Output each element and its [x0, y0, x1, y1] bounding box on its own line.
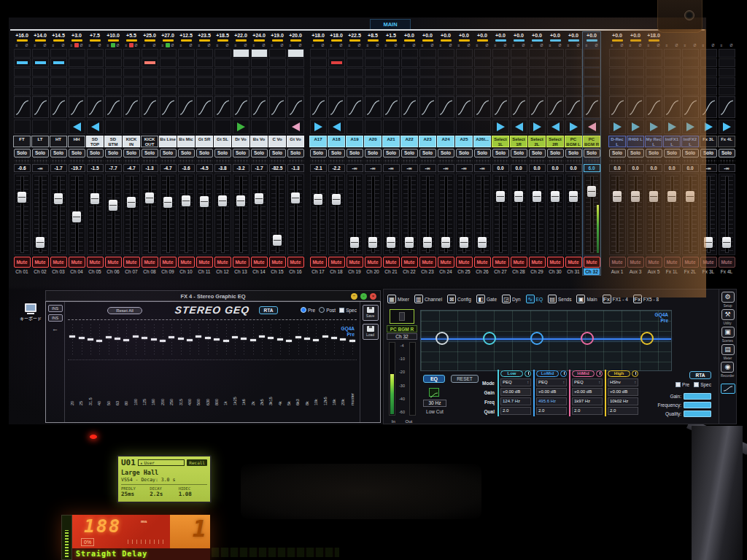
- channel-name-button[interactable]: Select 1L: [492, 136, 509, 147]
- geq-band-slider[interactable]: [204, 320, 212, 359]
- power-icon[interactable]: [596, 370, 603, 377]
- level-readout[interactable]: -∞: [419, 164, 436, 172]
- fader-cap[interactable]: [200, 196, 209, 207]
- fader-track[interactable]: [547, 174, 564, 255]
- geq-slider-knob[interactable]: [295, 336, 301, 338]
- eq-reset-button[interactable]: RESET: [451, 375, 479, 383]
- solo-button[interactable]: Solo: [682, 149, 699, 158]
- fader-cap[interactable]: [496, 191, 505, 202]
- fader-track[interactable]: [456, 174, 473, 255]
- geq-slider-knob[interactable]: [313, 339, 319, 341]
- level-readout[interactable]: 0.0: [682, 164, 699, 172]
- level-readout[interactable]: -∞: [347, 164, 363, 172]
- fader-cap[interactable]: [478, 237, 487, 248]
- geq-band-slider[interactable]: [95, 320, 104, 359]
- level-readout[interactable]: 0.0: [511, 164, 527, 172]
- tab-dyn[interactable]: ◲Dyn: [500, 291, 523, 307]
- eq-node-4[interactable]: [581, 332, 594, 345]
- fader-cap[interactable]: [587, 186, 596, 197]
- fader-track[interactable]: [584, 174, 600, 255]
- fader-track[interactable]: [233, 174, 249, 255]
- level-readout[interactable]: -∞: [719, 164, 735, 172]
- solo-button[interactable]: Solo: [233, 149, 249, 158]
- band-gain-field[interactable]: +0.00 dB: [500, 388, 531, 396]
- fader-track[interactable]: [474, 174, 491, 255]
- fader-cap[interactable]: [236, 195, 245, 206]
- spec-checkbox[interactable]: [339, 308, 344, 313]
- eq-band-label[interactable]: LoMid: [536, 370, 559, 377]
- desktop-icon-keyboard[interactable]: キーボード: [18, 303, 44, 322]
- mute-button[interactable]: Mute: [105, 257, 122, 268]
- level-readout[interactable]: -∞: [365, 164, 382, 172]
- fader-cap[interactable]: [291, 192, 300, 203]
- fader-cap[interactable]: [686, 191, 694, 202]
- level-readout[interactable]: -1.5: [87, 164, 104, 172]
- solo-button[interactable]: Solo: [438, 149, 454, 158]
- fader-cap[interactable]: [551, 191, 560, 202]
- solo-button[interactable]: Solo: [105, 149, 122, 158]
- level-readout[interactable]: 0.0: [627, 164, 644, 172]
- channel-name-button[interactable]: Bs Mic: [177, 136, 195, 147]
- level-readout[interactable]: 0.0: [664, 164, 681, 172]
- level-readout[interactable]: 0.0: [646, 164, 662, 172]
- geq-band-slider[interactable]: [258, 320, 266, 359]
- solo-button[interactable]: Solo: [310, 149, 327, 158]
- solo-button[interactable]: Solo: [627, 149, 644, 158]
- fader-track[interactable]: [419, 174, 436, 255]
- channel-name-button[interactable]: R400 L: [627, 136, 644, 147]
- channel-name-button[interactable]: My Rec L: [645, 136, 662, 147]
- fader-track[interactable]: [214, 174, 231, 255]
- fader-cap[interactable]: [368, 237, 377, 248]
- eq-node-2[interactable]: [483, 332, 496, 345]
- geq-window-titlebar[interactable]: FX 4 - Stereo Graphic EQ − ▫ ×: [45, 290, 381, 301]
- band-q-field[interactable]: 2.0: [500, 407, 531, 415]
- channel-name-button[interactable]: D-Rec L: [608, 136, 626, 147]
- solo-button[interactable]: Solo: [511, 149, 527, 158]
- channel-name-button[interactable]: Bs Line: [159, 136, 177, 147]
- post-radio-item[interactable]: Post: [319, 307, 336, 313]
- minimize-icon[interactable]: −: [351, 293, 357, 300]
- level-readout[interactable]: -∞: [401, 164, 418, 172]
- geq-slider-knob[interactable]: [268, 337, 274, 339]
- geq-slider-knob[interactable]: [214, 338, 220, 341]
- geq-slider-knob[interactable]: [205, 337, 211, 339]
- solo-button[interactable]: Solo: [178, 149, 195, 158]
- checkbox-spec[interactable]: Spec: [694, 382, 711, 387]
- mute-button[interactable]: Mute: [269, 257, 286, 268]
- level-readout[interactable]: -1.3: [287, 164, 304, 172]
- solo-button[interactable]: Solo: [664, 149, 681, 158]
- mute-button[interactable]: Mute: [565, 257, 582, 268]
- fader-cap[interactable]: [314, 194, 322, 205]
- spec-checkbox-item[interactable]: Spec: [339, 308, 357, 313]
- channel-name-button[interactable]: KICK OUT: [141, 136, 158, 147]
- mute-button[interactable]: Mute: [365, 257, 382, 268]
- geq-slider-knob[interactable]: [115, 338, 120, 340]
- fader-cap[interactable]: [667, 191, 676, 202]
- band-mode-field[interactable]: PEQ↕: [572, 378, 603, 386]
- level-readout[interactable]: -19.7: [69, 164, 85, 172]
- geq-band-slider[interactable]: [330, 320, 338, 359]
- solo-button[interactable]: Solo: [547, 149, 564, 158]
- solo-button[interactable]: Solo: [565, 149, 582, 158]
- fader-track[interactable]: [511, 174, 527, 255]
- solo-button[interactable]: Solo: [719, 149, 735, 158]
- mute-button[interactable]: Mute: [347, 257, 363, 268]
- fader-track[interactable]: [328, 174, 345, 255]
- geq-band-slider[interactable]: [149, 320, 158, 359]
- channel-name-button[interactable]: A25: [455, 136, 473, 147]
- channel-name-button[interactable]: A23: [419, 136, 436, 147]
- geq-band-slider[interactable]: [311, 320, 320, 359]
- fader-cap[interactable]: [405, 237, 414, 248]
- geq-band-slider[interactable]: [231, 320, 239, 359]
- fader-track[interactable]: [401, 174, 418, 255]
- geq-band-slider[interactable]: [293, 320, 302, 359]
- mute-button[interactable]: Mute: [287, 257, 304, 268]
- ins-button[interactable]: INS: [48, 305, 63, 312]
- field-value[interactable]: [684, 402, 711, 408]
- fader-cap[interactable]: [460, 237, 468, 248]
- channel-name-button[interactable]: Select 2R: [546, 136, 564, 147]
- geq-band-slider[interactable]: [266, 320, 275, 359]
- channel-thumbnail[interactable]: [390, 309, 414, 324]
- geq-band-slider[interactable]: [158, 320, 167, 359]
- level-readout[interactable]: -∞: [474, 164, 491, 172]
